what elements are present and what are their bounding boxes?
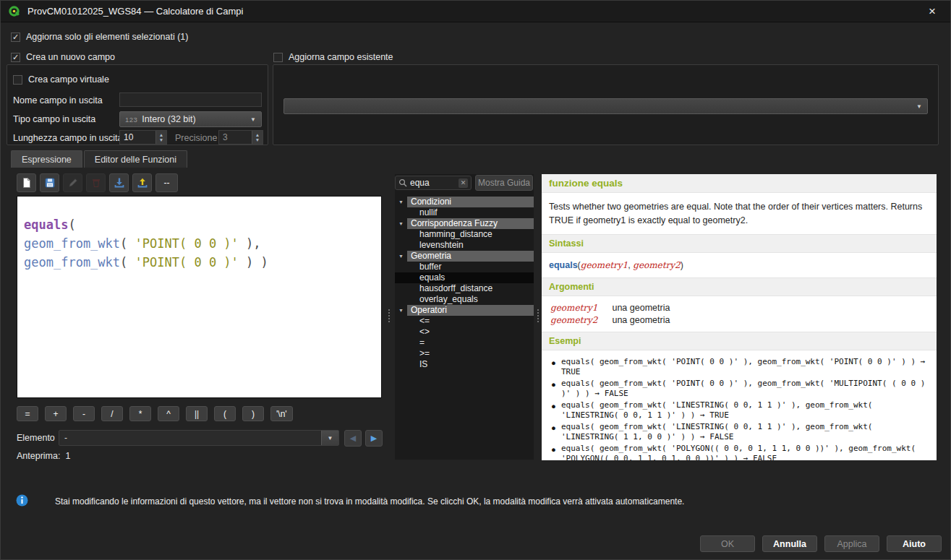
field-type-combobox[interactable]: 123 Intero (32 bit) ▼ bbox=[119, 111, 262, 127]
dialog-button[interactable]: Annulla bbox=[762, 535, 817, 552]
virtual-field-row: Crea campo virtuale bbox=[13, 74, 109, 85]
operator-button[interactable]: || bbox=[186, 406, 208, 421]
operator-button[interactable]: / bbox=[101, 406, 123, 421]
arrow-up-tray-icon bbox=[137, 177, 148, 189]
operator-button[interactable]: * bbox=[129, 406, 151, 421]
function-tree-row[interactable]: ▼ hamming_distance bbox=[395, 229, 534, 240]
function-tree-row[interactable]: ▼ levenshtein bbox=[395, 240, 534, 251]
function-tree-row[interactable]: ▼ buffer bbox=[395, 262, 534, 272]
operator-button[interactable]: ^ bbox=[158, 406, 179, 421]
save-expression-button[interactable] bbox=[40, 173, 59, 192]
precision-label: Precisione bbox=[175, 133, 217, 143]
expand-arrow-icon[interactable]: ▼ bbox=[395, 254, 407, 259]
next-feature-button[interactable]: ▶ bbox=[365, 430, 383, 447]
function-search-box[interactable]: ✕ bbox=[395, 176, 472, 190]
function-tree-row[interactable]: ▼ hausdorff_distance bbox=[395, 283, 534, 294]
expression-tabs: Espressione Editor delle Funzioni bbox=[11, 150, 187, 168]
dialog-button[interactable]: Aiuto bbox=[887, 535, 942, 552]
virtual-field-checkbox[interactable] bbox=[13, 75, 22, 85]
result-arrow: → bbox=[921, 357, 926, 366]
chevron-down-icon[interactable]: ▼ bbox=[321, 431, 338, 445]
precision-spinner[interactable]: 3 ▲▼ bbox=[218, 130, 263, 145]
operator-button[interactable]: = bbox=[17, 406, 38, 421]
example-item: equals( geom_from_wkt( 'POLYGON(( 0 0, 0… bbox=[561, 444, 929, 460]
feature-combobox[interactable]: - ▼ bbox=[59, 430, 339, 446]
update-selected-checkbox-row: Aggiorna solo gli elementi selezionati (… bbox=[11, 32, 188, 42]
export-expressions-button[interactable] bbox=[132, 173, 152, 192]
example-item: equals( geom_from_wkt( 'POINT( 0 0 )' ),… bbox=[561, 357, 929, 378]
help-description: Tests whether two geometries are equal. … bbox=[542, 193, 937, 234]
field-length-label: Lunghezza campo in uscita bbox=[13, 133, 122, 143]
arrow-down-tray-icon bbox=[114, 177, 125, 189]
field-name-label: Nome campo in uscita bbox=[13, 95, 103, 105]
function-tree-row[interactable]: ▼ = bbox=[395, 337, 534, 348]
function-panel: ✕ Mostra Guida ▼ Condizioni ▼ nullif ▼ C… bbox=[395, 174, 534, 460]
function-tree-row[interactable]: ▼ >= bbox=[395, 348, 534, 359]
update-existing-field-checkbox[interactable] bbox=[273, 53, 283, 62]
example-item: equals( geom_from_wkt( 'POINT( 0 0 )' ),… bbox=[561, 379, 929, 400]
preview-row: Anteprima: 1 bbox=[17, 451, 70, 461]
existing-field-groupbox: ▼ bbox=[273, 64, 939, 145]
function-tree-row[interactable]: ▼ Condizioni bbox=[395, 197, 534, 207]
delete-expression-button[interactable] bbox=[86, 173, 106, 192]
result-arrow: → bbox=[700, 432, 705, 441]
help-title: funzione equals bbox=[542, 174, 937, 193]
operator-button[interactable]: ) bbox=[242, 406, 264, 421]
operator-button[interactable]: ( bbox=[214, 406, 236, 421]
update-existing-field-label: Aggiorna campo esistente bbox=[289, 52, 393, 62]
function-tree-row[interactable]: ▼ Geometria bbox=[395, 251, 534, 262]
field-length-spinner[interactable]: 10 ▲▼ bbox=[119, 130, 167, 145]
edit-expression-button[interactable] bbox=[63, 173, 82, 192]
splitter-handle[interactable] bbox=[387, 303, 391, 329]
function-tree-row[interactable]: ▼ Corrispondenza Fuzzy bbox=[395, 218, 534, 229]
dialog-buttons: OKAnnullaApplicaAiuto bbox=[700, 535, 942, 552]
expand-arrow-icon[interactable]: ▼ bbox=[395, 221, 407, 226]
qgis-logo-icon bbox=[8, 5, 21, 18]
comment-button[interactable]: -- bbox=[155, 173, 178, 192]
document-icon bbox=[21, 177, 33, 189]
field-name-input[interactable] bbox=[119, 92, 262, 107]
example-item: equals( geom_from_wkt( 'LINESTRING( 0 0,… bbox=[561, 422, 929, 443]
dialog-button[interactable]: Applica bbox=[824, 535, 879, 552]
examples-heading: Esempi bbox=[542, 332, 937, 350]
arguments-heading: Argomenti bbox=[542, 277, 937, 296]
previous-feature-button[interactable]: ◀ bbox=[344, 430, 362, 447]
function-tree-row[interactable]: ▼ equals bbox=[395, 272, 534, 283]
new-expression-button[interactable] bbox=[17, 173, 36, 192]
example-item: equals( geom_from_wkt( 'LINESTRING( 0 0,… bbox=[561, 400, 929, 421]
create-new-field-checkbox-row: Crea un nuovo campo bbox=[11, 52, 115, 62]
function-tree-row[interactable]: ▼ nullif bbox=[395, 207, 534, 218]
function-tree-row[interactable]: ▼ IS bbox=[395, 359, 534, 370]
function-tree: ▼ Condizioni ▼ nullif ▼ Corrispondenza F… bbox=[395, 197, 534, 460]
operator-button[interactable]: - bbox=[73, 406, 95, 421]
update-existing-field-checkbox-row: Aggiorna campo esistente bbox=[273, 52, 393, 62]
expression-editor[interactable]: equals(geom_from_wkt( 'POINT( 0 0 )' ),g… bbox=[17, 196, 382, 398]
feature-label: Elemento bbox=[17, 433, 55, 443]
existing-field-combobox[interactable]: ▼ bbox=[283, 98, 928, 114]
function-tree-row[interactable]: ▼ <= bbox=[395, 316, 534, 327]
function-tree-row[interactable]: ▼ <> bbox=[395, 327, 534, 337]
spin-arrows-icon[interactable]: ▲▼ bbox=[155, 131, 166, 144]
function-search-input[interactable] bbox=[410, 178, 456, 188]
create-new-field-checkbox[interactable] bbox=[11, 53, 20, 62]
info-icon bbox=[16, 494, 28, 507]
function-tree-row[interactable]: ▼ Operatori bbox=[395, 305, 534, 316]
clear-search-icon[interactable]: ✕ bbox=[459, 178, 468, 188]
function-tree-row[interactable]: ▼ overlay_equals bbox=[395, 294, 534, 305]
operator-button[interactable]: + bbox=[45, 406, 67, 421]
spin-arrows-icon[interactable]: ▲▼ bbox=[252, 131, 263, 144]
expand-arrow-icon[interactable]: ▼ bbox=[395, 199, 407, 204]
splitter-handle[interactable] bbox=[536, 303, 540, 329]
update-selected-label: Aggiorna solo gli elementi selezionati (… bbox=[26, 32, 188, 42]
integer-type-icon: 123 bbox=[125, 116, 137, 124]
dialog-button[interactable]: OK bbox=[700, 535, 755, 552]
edit-mode-warning: Stai modificando le informazioni di ques… bbox=[55, 496, 684, 507]
tab[interactable]: Editor delle Funzioni bbox=[84, 150, 187, 168]
tab[interactable]: Espressione bbox=[11, 150, 82, 168]
show-help-button[interactable]: Mostra Guida bbox=[475, 175, 533, 191]
expand-arrow-icon[interactable]: ▼ bbox=[395, 308, 407, 313]
operator-button[interactable]: '\n' bbox=[270, 406, 293, 421]
close-button[interactable]: × bbox=[921, 1, 943, 22]
import-expressions-button[interactable] bbox=[109, 173, 129, 192]
update-selected-checkbox[interactable] bbox=[11, 33, 20, 42]
